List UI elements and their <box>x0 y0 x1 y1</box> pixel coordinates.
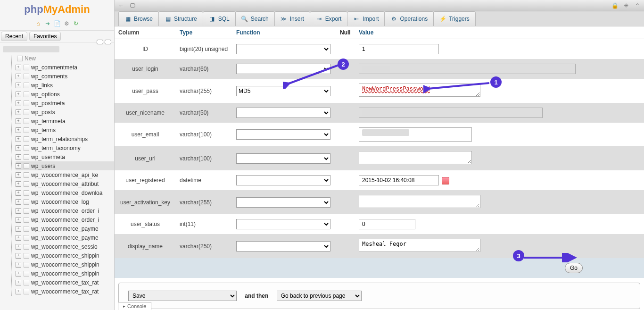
tree-table-wp_woocommerce_tax_rat[interactable]: wp_woocommerce_tax_rat <box>16 278 114 287</box>
tree-new[interactable]: New <box>16 54 114 63</box>
function-select-user_registered[interactable] <box>236 175 330 185</box>
value-input-user_status[interactable] <box>359 219 415 229</box>
expand-icon[interactable] <box>16 199 21 205</box>
lock-icon[interactable]: 🔒 <box>611 2 619 9</box>
tree-table-wp_woocommerce_order_i[interactable]: wp_woocommerce_order_i <box>16 215 114 224</box>
value-input-user_email[interactable] <box>359 127 472 142</box>
tab-triggers[interactable]: ⚡Triggers <box>433 11 476 26</box>
expand-icon[interactable] <box>16 235 21 241</box>
tree-table-wp_postmeta[interactable]: wp_postmeta <box>16 99 114 108</box>
tree-table-wp_woocommerce_payme[interactable]: wp_woocommerce_payme <box>16 224 114 233</box>
tab-insert[interactable]: ≫Insert <box>274 11 310 26</box>
expand-icon[interactable] <box>16 163 21 169</box>
tab-search[interactable]: 🔍Search <box>235 11 275 26</box>
expand-icon[interactable] <box>16 83 21 88</box>
expand-icon[interactable] <box>16 172 21 178</box>
expand-icon[interactable] <box>16 74 21 79</box>
expand-icon[interactable] <box>16 262 21 268</box>
tree-table-wp_termmeta[interactable]: wp_termmeta <box>16 117 114 126</box>
function-select-user_email[interactable] <box>236 129 330 140</box>
expand-icon[interactable] <box>16 118 21 124</box>
tab-operations[interactable]: ⚙Operations <box>384 11 434 26</box>
tree-table-wp_woocommerce_attribut[interactable]: wp_woocommerce_attribut <box>16 179 114 188</box>
tree-table-wp_woocommerce_order_i[interactable]: wp_woocommerce_order_i <box>16 206 114 215</box>
tree-table-wp_woocommerce_tax_rat[interactable]: wp_woocommerce_tax_rat <box>16 287 114 296</box>
logout-icon[interactable]: ➜ <box>44 20 51 27</box>
value-input-user_login[interactable] <box>359 64 576 74</box>
settings-icon[interactable]: ⚙ <box>63 20 70 27</box>
gear-icon[interactable]: ✳ <box>622 2 630 9</box>
tree-table-wp_woocommerce_sessio[interactable]: wp_woocommerce_sessio <box>16 242 114 251</box>
expand-icon[interactable] <box>16 65 21 70</box>
tree-table-wp_woocommerce_payme[interactable]: wp_woocommerce_payme <box>16 233 114 242</box>
tree-table-wp_woocommerce_shippin[interactable]: wp_woocommerce_shippin <box>16 251 114 260</box>
th-type[interactable]: Type <box>176 26 232 39</box>
expand-icon[interactable] <box>16 154 21 160</box>
function-select-user_activation_key[interactable] <box>236 197 330 208</box>
tree-table-wp_terms[interactable]: wp_terms <box>16 126 114 134</box>
tree-table-wp_links[interactable]: wp_links <box>16 81 114 90</box>
server-icon[interactable]: 🖵 <box>129 2 136 9</box>
function-select-user_nicename[interactable] <box>236 108 330 118</box>
expand-icon[interactable] <box>16 289 21 294</box>
expand-icon[interactable] <box>16 244 21 250</box>
console-tab[interactable]: Console <box>118 302 151 310</box>
calendar-icon[interactable] <box>442 177 449 184</box>
expand-icon[interactable] <box>16 109 21 115</box>
function-select-display_name[interactable] <box>236 241 330 251</box>
tree-table-wp_usermeta[interactable]: wp_usermeta <box>16 152 114 161</box>
value-input-user_registered[interactable] <box>359 175 439 185</box>
value-input-user_nicename[interactable] <box>359 108 543 118</box>
tab-structure[interactable]: ▤Structure <box>158 11 203 26</box>
expand-icon[interactable] <box>16 181 21 187</box>
collapse-handle[interactable] <box>97 40 111 44</box>
tree-table-wp_woocommerce_api_ke[interactable]: wp_woocommerce_api_ke <box>16 170 114 179</box>
then-select[interactable]: Go back to previous page <box>277 291 362 301</box>
tree-table-wp_commentmeta[interactable]: wp_commentmeta <box>16 63 114 72</box>
tree-table-wp_options[interactable]: wp_options <box>16 90 114 99</box>
value-input-user_activation_key[interactable] <box>359 195 480 208</box>
tab-sql[interactable]: ◨SQL <box>203 11 236 26</box>
th-function[interactable]: Function <box>232 26 336 39</box>
value-input-ID[interactable] <box>359 44 439 54</box>
save-select[interactable]: Save <box>128 291 237 301</box>
favorites-button[interactable]: Favorites <box>29 32 61 41</box>
tree-db-root[interactable] <box>3 44 114 54</box>
expand-icon[interactable] <box>16 92 21 97</box>
expand-icon[interactable] <box>16 280 21 285</box>
expand-icon[interactable] <box>16 271 21 276</box>
expand-icon[interactable] <box>16 217 21 223</box>
value-input-display_name[interactable]: Mesheal Fegor <box>359 239 480 252</box>
nav-back-icon[interactable]: ← <box>117 2 125 9</box>
expand-icon[interactable] <box>16 226 21 232</box>
tab-import[interactable]: ⇤Import <box>347 11 385 26</box>
go-button[interactable]: Go <box>565 263 583 273</box>
tab-export[interactable]: ⇥Export <box>310 11 348 26</box>
tree-table-wp_term_taxonomy[interactable]: wp_term_taxonomy <box>16 143 114 152</box>
tree-table-wp_woocommerce_shippin[interactable]: wp_woocommerce_shippin <box>16 260 114 269</box>
tree-table-wp_woocommerce_downloa[interactable]: wp_woocommerce_downloa <box>16 188 114 197</box>
docs-icon[interactable]: 📄 <box>53 20 61 27</box>
expand-icon[interactable] <box>16 190 21 196</box>
tab-browse[interactable]: ▦Browse <box>118 11 159 26</box>
tree-table-wp_woocommerce_log[interactable]: wp_woocommerce_log <box>16 197 114 206</box>
collapse-top-icon[interactable]: ⌃ <box>634 2 641 9</box>
expand-icon[interactable] <box>16 208 21 214</box>
reload-icon[interactable]: ↻ <box>72 20 80 27</box>
expand-icon[interactable] <box>16 253 21 259</box>
function-select-user_status[interactable] <box>236 219 330 229</box>
expand-icon[interactable] <box>16 127 21 133</box>
function-select-user_url[interactable] <box>236 153 330 164</box>
home-icon[interactable]: ⌂ <box>34 20 42 27</box>
function-select-ID[interactable] <box>236 44 330 54</box>
value-input-user_url[interactable] <box>359 151 472 164</box>
tree-table-wp_posts[interactable]: wp_posts <box>16 108 114 117</box>
tree-table-wp_term_relationships[interactable]: wp_term_relationships <box>16 134 114 143</box>
th-value[interactable]: Value <box>355 26 644 39</box>
tree-table-wp_users[interactable]: wp_users <box>16 161 114 170</box>
expand-icon[interactable] <box>16 136 21 142</box>
tree-table-wp_comments[interactable]: wp_comments <box>16 72 114 81</box>
tree-table-wp_woocommerce_shippin[interactable]: wp_woocommerce_shippin <box>16 269 114 278</box>
expand-icon[interactable] <box>16 101 21 106</box>
expand-icon[interactable] <box>16 145 21 151</box>
